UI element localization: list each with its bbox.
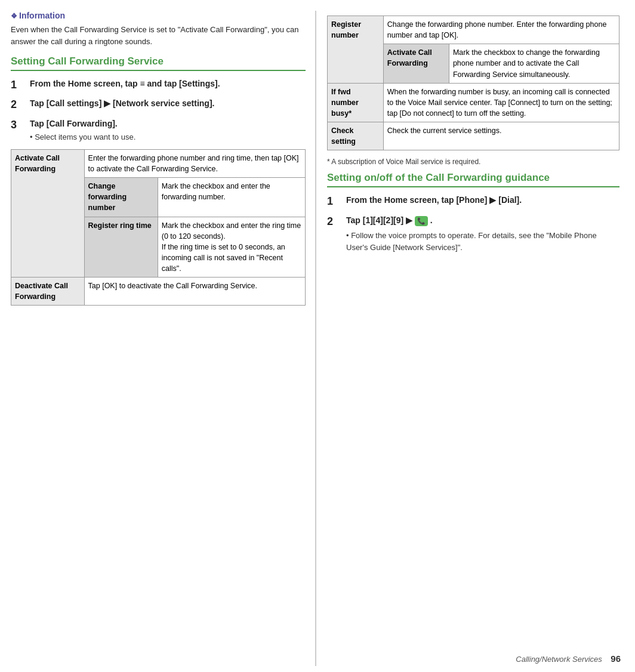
right-column: Register number Change the forwarding ph… — [315, 11, 619, 666]
table-row-fwd-busy: If fwd number busy* When the forwarding … — [328, 83, 619, 122]
cell-activate-main: Enter the forwarding phone number and ri… — [84, 149, 305, 177]
right-step-2-sub: • Follow the voice prompts to operate. F… — [346, 230, 619, 253]
cell-register-number-text: Change the forwarding phone number. Ente… — [383, 16, 619, 44]
right-step-2: 2 Tap [1][4][2][9] ▶ 📞 . • Follow the vo… — [327, 215, 619, 254]
page-footer: Calling/Network Services 96 — [516, 653, 621, 664]
left-column: Information Even when the Call Forwardin… — [11, 11, 315, 666]
table-row-register-number: Register number Change the forwarding ph… — [328, 16, 619, 44]
step-3-sub: • Select items you want to use. — [30, 131, 135, 143]
cell-activate-header: Activate CallForwarding — [11, 149, 85, 277]
table-row-check-setting: Check setting Check the current service … — [328, 122, 619, 150]
table-row-activate: Activate CallForwarding Enter the forwar… — [11, 149, 306, 177]
step-2: 2 Tap [Call settings] ▶ [Network service… — [11, 98, 306, 112]
table-row-deactivate: Deactivate Call Forwarding Tap [OK] to d… — [11, 278, 306, 306]
info-title: Information — [11, 11, 306, 20]
cell-register-ring-header: Register ring time — [84, 217, 158, 278]
cell-check-setting-text: Check the current service settings. — [383, 122, 619, 150]
cell-register-ring-text: Mark the checkbox and enter the ring tim… — [158, 217, 305, 278]
right-table: Register number Change the forwarding ph… — [327, 16, 619, 150]
page-container: Information Even when the Call Forwardin… — [0, 0, 635, 672]
right-step-2-text: Tap [1][4][2][9] ▶ 📞 . — [346, 215, 433, 225]
step-3-text: Tap [Call Forwarding]. — [30, 119, 118, 128]
footnote: * A subscription of Voice Mail service i… — [327, 158, 619, 166]
cell-deactivate-text: Tap [OK] to deactivate the Call Forwardi… — [84, 278, 305, 306]
step-3: 3 Tap [Call Forwarding]. • Select items … — [11, 118, 306, 143]
footer-label: Calling/Network Services — [516, 655, 602, 664]
section1-heading: Setting Call Forwarding Service — [11, 56, 306, 71]
phone-icon: 📞 — [415, 216, 428, 226]
right-step-2-number: 2 — [327, 215, 343, 229]
info-text: Even when the Call Forwarding Service is… — [11, 24, 306, 47]
right-step-1-number: 1 — [327, 195, 343, 208]
step-2-text: Tap [Call settings] ▶ [Network service s… — [30, 98, 214, 110]
right-step-1-text: From the Home screen, tap [Phone] ▶ [Dia… — [346, 195, 522, 206]
step-2-number: 2 — [11, 98, 26, 112]
cell-fwd-busy-text: When the forwarding number is busy, an i… — [383, 83, 619, 122]
cell-register-number-header: Register number — [328, 16, 384, 84]
info-box: Information Even when the Call Forwardin… — [11, 11, 306, 47]
step-1: 1 From the Home screen, tap ≡ and tap [S… — [11, 78, 306, 92]
cell-deactivate-header: Deactivate Call Forwarding — [11, 278, 85, 306]
cell-change-fwd-text: Mark the checkbox and enter the forwardi… — [158, 178, 305, 217]
cell-fwd-busy-header: If fwd number busy* — [328, 83, 384, 122]
footer-page-number: 96 — [611, 653, 621, 664]
right-step-1: 1 From the Home screen, tap [Phone] ▶ [D… — [327, 195, 619, 208]
step-1-text: From the Home screen, tap ≡ and tap [Set… — [30, 78, 220, 90]
step-3-number: 3 — [11, 118, 26, 132]
cell-activate-call-fwd-text: Mark the checkbox to change the forwardi… — [449, 44, 619, 83]
section2-heading: Setting on/off of the Call Forwarding gu… — [327, 172, 619, 187]
cell-check-setting-header: Check setting — [328, 122, 384, 150]
cell-change-fwd-header: Change forwarding number — [84, 178, 158, 217]
left-table: Activate CallForwarding Enter the forwar… — [11, 149, 306, 306]
cell-activate-call-fwd-header: Activate Call Forwarding — [383, 44, 449, 83]
step-1-number: 1 — [11, 78, 26, 92]
